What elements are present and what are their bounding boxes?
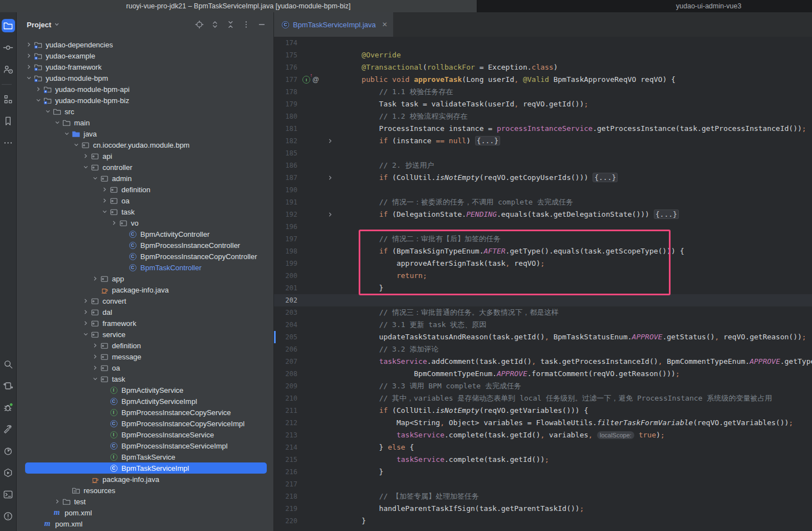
tree-chevron-icon[interactable] <box>35 98 42 103</box>
terminal-tool-terminal-icon[interactable] <box>2 488 15 501</box>
fold-arrow-icon[interactable] <box>325 212 335 217</box>
tree-item-framework[interactable]: framework <box>25 318 267 329</box>
code-line-187[interactable]: 187 if (CollUtil.isNotEmpty(reqVO.getCop… <box>274 172 812 184</box>
tree-item-bpmprocessinstancecopyservice[interactable]: IBpmProcessInstanceCopyService <box>25 407 267 418</box>
tree-item-pom-xml[interactable]: mpom.xml <box>25 507 267 518</box>
tree-item-admin[interactable]: admin <box>25 173 267 184</box>
tree-chevron-icon[interactable] <box>110 220 118 226</box>
code-line-198[interactable]: 198 if (BpmTaskSignTypeEnum.AFTER.getTyp… <box>274 245 812 257</box>
implements-icon[interactable]: I↑ <box>302 76 310 84</box>
services-tool-services-icon[interactable] <box>2 466 15 479</box>
code-line-210[interactable]: 210 // 其中，variables 是存储动态表单到 local 任务级别。… <box>274 392 812 405</box>
tree-item-bpmtaskservice[interactable]: IBpmTaskService <box>25 451 267 462</box>
code-line-214[interactable]: 214 } else { <box>274 441 812 454</box>
code-line-177[interactable]: 177I↑@ public void approveTask(Long user… <box>274 74 812 86</box>
tree-item-resources[interactable]: resources <box>25 485 267 496</box>
tree-item-convert[interactable]: convert <box>25 295 267 306</box>
locate-file-icon[interactable] <box>193 18 206 31</box>
code-line-197[interactable]: 197 // 情况二：审批有【后】加签的任务 <box>274 233 812 245</box>
structure-tool-structure-icon[interactable] <box>2 92 15 106</box>
close-icon[interactable]: ✕ <box>382 21 388 28</box>
code-line-180[interactable]: 180 // 1.2 校验流程实例存在 <box>274 110 812 123</box>
more-tools-more-icon[interactable] <box>2 136 15 149</box>
tab-bpmtaskserviceimpl[interactable]: C BpmTaskServiceImpl.java ✕ <box>274 12 393 37</box>
tree-item-controller[interactable]: controller <box>25 162 267 173</box>
tree-item-message[interactable]: message <box>25 351 267 362</box>
commit-tool-commit-icon[interactable] <box>2 41 15 54</box>
tree-chevron-icon[interactable] <box>82 298 90 304</box>
code-line-219[interactable]: 219 handleParentTaskIfSign(task.getParen… <box>274 503 812 515</box>
debug-tool-debug-icon[interactable] <box>2 401 15 414</box>
code-line-201[interactable]: 201 } <box>274 282 812 294</box>
tree-chevron-icon[interactable] <box>25 53 33 59</box>
code-line-211[interactable]: 211 if (CollUtil.isNotEmpty(reqVO.getVar… <box>274 405 812 417</box>
code-line-176[interactable]: 176 @Transactional(rollbackFor = Excepti… <box>274 61 812 74</box>
code-line-203[interactable]: 203 // 情况三：审批普通的任务。大多数情况下，都是这样 <box>274 306 812 319</box>
code-line-207[interactable]: 207 taskService.addComment(task.getId(),… <box>274 355 812 368</box>
tree-chevron-icon[interactable] <box>82 332 90 337</box>
folded-region[interactable]: {...} <box>475 136 500 145</box>
code-line-181[interactable]: 181 ProcessInstance instance = processIn… <box>274 123 812 135</box>
tree-chevron-icon[interactable] <box>72 142 80 148</box>
code-line-200[interactable]: 200 return; <box>274 270 812 282</box>
tree-item-yudao-example[interactable]: yudao-example <box>25 50 267 61</box>
tree-chevron-icon[interactable] <box>91 176 99 181</box>
code-line-208[interactable]: 208 BpmCommentTypeEnum.APPROVE.formatCom… <box>274 368 812 380</box>
tree-chevron-icon[interactable] <box>53 120 61 125</box>
code-line-179[interactable]: 179 Task task = validateTask(userId, req… <box>274 98 812 110</box>
code-line-186[interactable]: 186 // 2. 抄送用户 <box>274 159 812 172</box>
tree-item-task[interactable]: task <box>25 206 267 217</box>
tree-chevron-icon[interactable] <box>82 309 90 315</box>
run-tool-run-icon[interactable] <box>2 379 15 392</box>
tree-item-bpmprocessinstancecontroller[interactable]: CBpmProcessInstanceController <box>25 240 267 251</box>
tree-item-java[interactable]: java <box>25 128 267 139</box>
code-line-215[interactable]: 215 taskService.complete(task.getId()); <box>274 454 812 466</box>
tree-item-bpmprocessinstancecopyserviceimpl[interactable]: CBpmProcessInstanceCopyServiceImpl <box>25 418 267 429</box>
tree-item-bpmtaskcontroller[interactable]: CBpmTaskController <box>25 262 267 273</box>
tree-chevron-icon[interactable] <box>91 376 99 382</box>
tree-chevron-icon[interactable] <box>101 198 109 203</box>
project-tool-project-icon[interactable] <box>2 19 15 32</box>
tree-item-oa[interactable]: oa <box>25 362 267 373</box>
panel-title[interactable]: Project <box>27 21 51 29</box>
code-line-196[interactable]: 196 <box>274 221 812 233</box>
tree-chevron-icon[interactable] <box>63 131 71 137</box>
bookmarks-tool-bookmarks-icon[interactable] <box>2 114 15 128</box>
tree-chevron-icon[interactable] <box>82 164 90 170</box>
code-line-185[interactable]: 185 <box>274 147 812 159</box>
code-line-206[interactable]: 206 // 3.2 添加评论 <box>274 343 812 355</box>
tree-item-yudao-module-bpm-biz[interactable]: yudao-module-bpm-biz <box>25 95 267 106</box>
tree-item-bpmprocessinstancecopycontroller[interactable]: CBpmProcessInstanceCopyController <box>25 251 267 262</box>
tree-item-yudao-framework[interactable]: yudao-framework <box>25 61 267 72</box>
tree-chevron-icon[interactable] <box>25 42 33 47</box>
search-tool-search-icon[interactable] <box>2 357 15 371</box>
tree-item-src[interactable]: src <box>25 106 267 117</box>
folded-region[interactable]: {...} <box>593 173 618 182</box>
code-line-205[interactable]: 205 updateTaskStatusAndReason(task.getId… <box>274 331 812 343</box>
tree-chevron-icon[interactable] <box>91 276 99 281</box>
problems-tool-problems-icon[interactable] <box>2 509 15 523</box>
tree-item-test[interactable]: test <box>25 496 267 507</box>
tree-chevron-icon[interactable] <box>82 320 90 326</box>
code-line-213[interactable]: 213 taskService.complete(task.getId(), v… <box>274 429 812 441</box>
code-area[interactable]: 174175 @Override176 @Transactional(rollb… <box>274 37 812 531</box>
tree-item-main[interactable]: main <box>25 117 267 128</box>
tree-chevron-icon[interactable] <box>44 109 52 114</box>
tree-item-definition[interactable]: definition <box>25 340 267 351</box>
tree-chevron-icon[interactable] <box>53 499 61 504</box>
folded-region[interactable]: {...} <box>654 210 679 219</box>
hide-panel-icon[interactable] <box>256 18 268 31</box>
tree-chevron-icon[interactable] <box>35 86 42 92</box>
tree-item-yudao-module-bpm-api[interactable]: yudao-module-bpm-api <box>25 84 267 95</box>
tree-item-task[interactable]: task <box>25 373 267 384</box>
tree-chevron-icon[interactable] <box>91 365 99 371</box>
tree-chevron-icon[interactable] <box>25 75 33 81</box>
code-line-190[interactable]: 190 <box>274 184 812 196</box>
code-line-191[interactable]: 191 // 情况一：被委派的任务，不调用 complete 去完成任务 <box>274 196 812 208</box>
tree-item-definition[interactable]: definition <box>25 184 267 195</box>
tree-item-bpmtaskserviceimpl[interactable]: CBpmTaskServiceImpl <box>25 462 267 474</box>
code-line-220[interactable]: 220 } <box>274 515 812 527</box>
tree-chevron-icon[interactable] <box>101 209 109 215</box>
profiler-tool-profiler-icon[interactable] <box>2 444 15 457</box>
tree-item-oa[interactable]: oa <box>25 195 267 206</box>
